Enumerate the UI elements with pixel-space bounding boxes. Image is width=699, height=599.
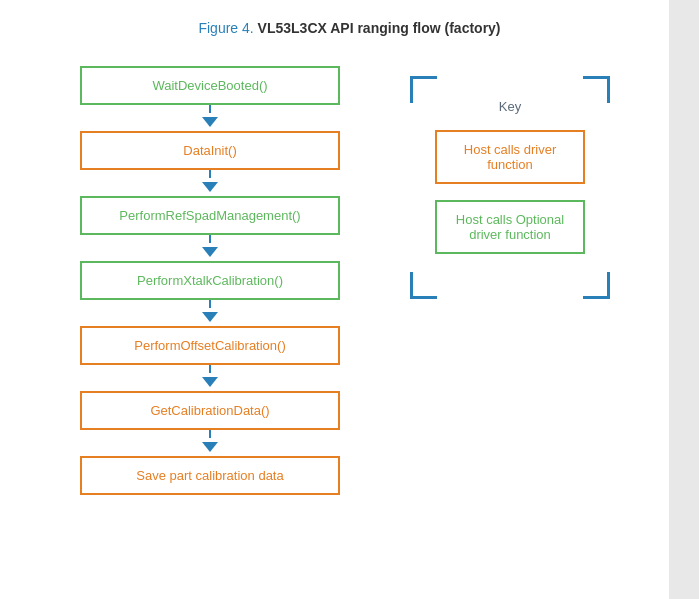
arrow-6 xyxy=(202,430,218,456)
figure-name: VL53L3CX API ranging flow (factory) xyxy=(258,20,501,36)
key-area: Key Host calls driver function Host call… xyxy=(410,76,630,495)
arrow-head xyxy=(202,442,218,452)
key-bottom-bracket xyxy=(410,284,610,299)
flow-diagram: WaitDeviceBooted() DataInit() PerformRef… xyxy=(50,66,370,495)
arrow-3 xyxy=(202,235,218,261)
arrow-1 xyxy=(202,105,218,131)
arrow-line xyxy=(209,365,211,373)
arrow-head xyxy=(202,182,218,192)
key-outer-bracket: Key Host calls driver function Host call… xyxy=(410,76,610,285)
arrow-4 xyxy=(202,300,218,326)
arrow-5 xyxy=(202,365,218,391)
right-panel-decoration xyxy=(669,0,699,599)
key-item-green: Host calls Optional driver function xyxy=(435,200,585,254)
arrow-head xyxy=(202,117,218,127)
flow-box-perform-xtalk: PerformXtalkCalibration() xyxy=(80,261,340,300)
content-area: WaitDeviceBooted() DataInit() PerformRef… xyxy=(20,66,679,495)
arrow-line xyxy=(209,300,211,308)
flow-box-perform-offset: PerformOffsetCalibration() xyxy=(80,326,340,365)
arrow-2 xyxy=(202,170,218,196)
figure-title: Figure 4. VL53L3CX API ranging flow (fac… xyxy=(20,20,679,36)
flow-box-wait-device-booted: WaitDeviceBooted() xyxy=(80,66,340,105)
arrow-head xyxy=(202,377,218,387)
arrow-head xyxy=(202,247,218,257)
flow-box-get-calibration: GetCalibrationData() xyxy=(80,391,340,430)
arrow-line xyxy=(209,170,211,178)
flow-box-perform-ref-spad: PerformRefSpadManagement() xyxy=(80,196,340,235)
key-item-orange: Host calls driver function xyxy=(435,130,585,184)
arrow-line xyxy=(209,430,211,438)
figure-label: Figure 4. xyxy=(198,20,253,36)
flow-box-data-init: DataInit() xyxy=(80,131,340,170)
key-title: Key xyxy=(425,99,595,114)
page: Figure 4. VL53L3CX API ranging flow (fac… xyxy=(0,0,699,599)
arrow-head xyxy=(202,312,218,322)
flow-box-save-calibration: Save part calibration data xyxy=(80,456,340,495)
arrow-line xyxy=(209,105,211,113)
arrow-line xyxy=(209,235,211,243)
